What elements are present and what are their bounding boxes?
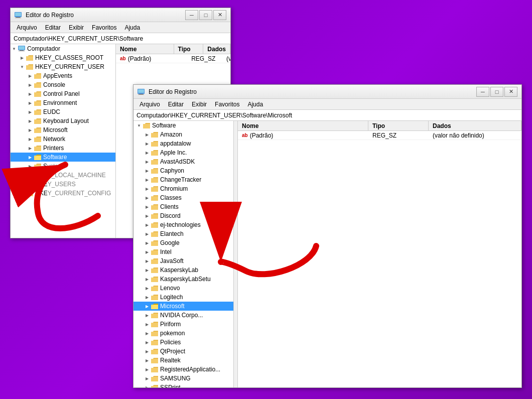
tree-item-samsung[interactable]: ▶ SAMSUNG [134,374,233,383]
tree-item-elantech[interactable]: ▶ Elantech [134,229,233,238]
tree-item-clients[interactable]: ▶ Clients [134,202,233,211]
tree-item-ssprint[interactable]: ▶ SSPrint [134,383,233,387]
svg-rect-46 [151,287,158,291]
tree-item-system[interactable]: ▶ System [11,162,115,171]
svg-rect-35 [151,187,158,192]
menu-editar-1[interactable]: Editar [41,23,65,32]
tree-item-keyboard-layout[interactable]: ▶ Keyboard Layout [11,116,115,125]
maximize-btn-2[interactable]: □ [490,87,503,97]
tree-item-pokemon[interactable]: ▶ pokemon [134,329,233,338]
close-btn-2[interactable]: ✕ [504,87,517,97]
svg-rect-16 [34,128,41,133]
svg-rect-48 [151,305,158,309]
tree-item-computador[interactable]: ▼ Computador [11,44,115,53]
tree-item-amazon[interactable]: ▶ Amazon [134,130,233,139]
svg-rect-30 [151,142,158,147]
tree-item-appdatalow[interactable]: ▶ appdatalow [134,139,233,148]
menu-arquivo-2[interactable]: Arquivo [136,100,164,109]
tree-panel-1[interactable]: ▼ Computador ▶ HKEY_CLASSES_ROOT [11,44,116,238]
tree-item-eudc[interactable]: ▶ EUDC [11,107,115,116]
tree-panel-2[interactable]: ▼ Software ▶ Amazon ▶ appdatalow [134,121,234,387]
tree-item-users[interactable]: ▶ HKEY_USERS [11,180,115,189]
cell-dados-1-0: (valor não definido) [222,55,230,62]
tree-item-logitech[interactable]: ▶ Logitech [134,293,233,302]
menu-favoritos-1[interactable]: Favoritos [88,23,120,32]
tree-item-classes-root[interactable]: ▶ HKEY_CLASSES_ROOT [11,53,115,62]
close-btn-1[interactable]: ✕ [213,10,226,20]
tree-item-changetracker[interactable]: ▶ ChangeTracker [134,175,233,184]
col-header-tipo-1: Tipo [174,44,204,54]
menu-ajuda-1[interactable]: Ajuda [120,23,144,32]
tree-item-caphyon[interactable]: ▶ Caphyon [134,166,233,175]
maximize-btn-1[interactable]: □ [199,10,212,20]
tree-item-microsoft-selected[interactable]: ▶ Microsoft [134,302,233,311]
tree-item-environment[interactable]: ▶ Environment [11,98,115,107]
svg-rect-22 [26,183,33,187]
menu-ajuda-2[interactable]: Ajuda [243,100,267,109]
svg-rect-5 [19,46,25,50]
tree-item-kaspersky-setup[interactable]: ▶ KasperskyLabSetu [134,275,233,284]
registry-window-2[interactable]: Editor do Registro ─ □ ✕ Arquivo Editar … [133,84,522,388]
menu-exibir-2[interactable]: Exibir [188,100,211,109]
tree-item-piriform[interactable]: ▶ Piriform [134,320,233,329]
tree-item-appevents[interactable]: ▶ AppEvents [11,71,115,80]
data-header-1: Nome Tipo Dados [116,44,230,54]
tree-item-current-user[interactable]: ▼ HKEY_CURRENT_USER [11,62,115,71]
data-header-2: Nome Tipo Dados [238,121,521,131]
cell-tipo-2-0: REG_SZ [368,132,429,139]
svg-rect-36 [151,196,158,201]
minimize-btn-2[interactable]: ─ [476,87,489,97]
svg-rect-41 [151,241,158,246]
menu-exibir-1[interactable]: Exibir [65,23,88,32]
svg-rect-54 [151,359,158,363]
tree-item-microsoft[interactable]: ▶ Microsoft [11,125,115,135]
tree-item-lenovo[interactable]: ▶ Lenovo [134,284,233,293]
svg-rect-37 [151,205,158,210]
tree-item-avast[interactable]: ▶ AvastAdSDK [134,157,233,166]
svg-rect-38 [151,214,158,219]
tree-item-nvidia[interactable]: ▶ NVIDIA Corpo... [134,311,233,320]
tree-item-software-selected[interactable]: ▶ Software [11,153,115,162]
window-content-2: ▼ Software ▶ Amazon ▶ appdatalow [134,121,521,387]
title-text-2: Editor do Registro [149,88,476,95]
tree-item-apple[interactable]: ▶ Apple Inc. [134,148,233,157]
tree-item-chromium[interactable]: ▶ Chromium [134,184,233,193]
minimize-btn-1[interactable]: ─ [185,10,198,20]
tree-item-printers[interactable]: ▶ Printers [11,144,115,153]
data-row-2-0[interactable]: ab (Padrão) REG_SZ (valor não definido) [238,131,521,140]
svg-rect-43 [151,259,158,264]
tree-item-local-machine[interactable]: ▶ HKEY_LOCAL_MACHINE [11,171,115,180]
title-bar-2: Editor do Registro ─ □ ✕ [134,85,521,99]
svg-rect-39 [151,223,158,228]
reg-value-icon-2: ab [242,132,248,138]
tree-item-network[interactable]: ▶ Network [11,135,115,144]
tree-item-software-root[interactable]: ▼ Software [134,121,233,130]
tree-item-registered[interactable]: ▶ RegisteredApplicatio... [134,365,233,374]
menu-bar-2: Arquivo Editar Exibir Favoritos Ajuda [134,99,521,110]
tree-item-control-panel[interactable]: ▶ Control Panel [11,89,115,98]
menu-arquivo-1[interactable]: Arquivo [13,23,41,32]
menu-editar-2[interactable]: Editar [164,100,188,109]
tree-item-javasoft[interactable]: ▶ JavaSoft [134,256,233,265]
tree-item-realtek[interactable]: ▶ Realtek [134,356,233,365]
tree-item-console[interactable]: ▶ Console [11,80,115,89]
tree-item-discord[interactable]: ▶ Discord [134,211,233,220]
svg-rect-17 [34,138,41,142]
tree-item-intel[interactable]: ▶ Intel [134,247,233,256]
svg-rect-57 [151,386,158,388]
tree-item-qtproject[interactable]: ▶ QtProject [134,347,233,356]
svg-rect-53 [151,350,158,354]
svg-rect-13 [34,101,41,106]
svg-rect-9 [26,65,33,70]
tree-item-google[interactable]: ▶ Google [134,238,233,247]
data-row-1-0[interactable]: ab (Padrão) REG_SZ (valor não definido) [116,54,230,63]
tree-item-classes[interactable]: ▶ Classes [134,193,233,202]
svg-rect-28 [143,124,150,128]
tree-item-current-config[interactable]: ▶ HKEY_CURRENT_CONFIG [11,189,115,198]
svg-rect-19 [34,156,41,160]
tree-item-policies[interactable]: ▶ Policies [134,338,233,347]
svg-rect-32 [151,160,158,165]
menu-favoritos-2[interactable]: Favoritos [211,100,243,109]
tree-item-ej[interactable]: ▶ ej-technologies [134,220,233,229]
tree-item-kaspersky[interactable]: ▶ KasperskyLab [134,265,233,275]
